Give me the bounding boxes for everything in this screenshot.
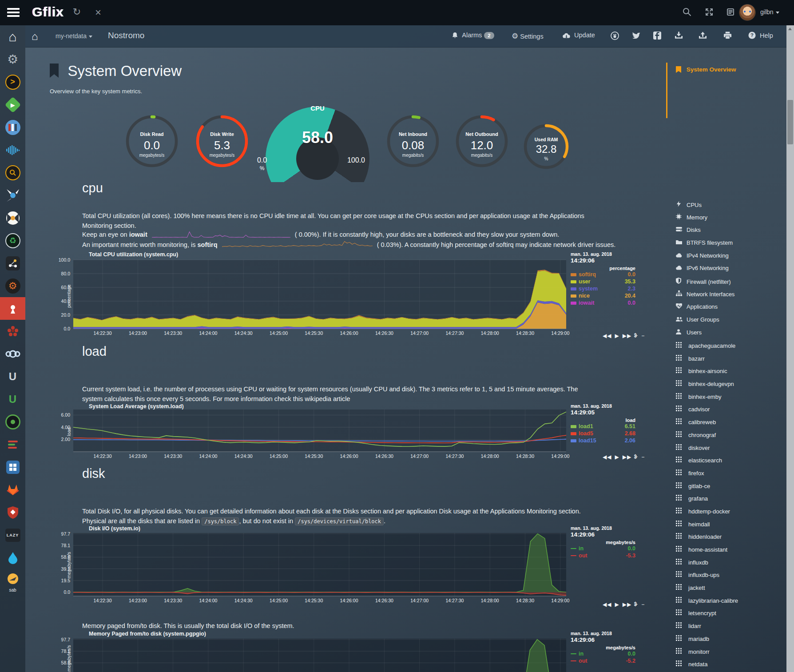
nav-app-item[interactable]: jackett [676,584,738,597]
nav-app-item[interactable]: influxdb-ups [676,571,738,584]
nav-app-item[interactable]: monitorr [676,648,738,661]
jackett-search-icon[interactable] [0,161,25,184]
magnet-u-green-icon[interactable]: U [0,388,25,410]
gitlab-fox-icon[interactable] [0,478,25,501]
gauge-disk-read[interactable]: Disk Read 0.0 megabytes/s [125,115,179,168]
nav-system-overview[interactable]: System Overview [676,66,736,73]
nav-app-item[interactable]: binhex-emby [676,393,738,406]
books-library-icon[interactable] [0,116,25,139]
nav-section-ipv4[interactable]: IPv4 Networking [676,252,734,265]
nav-app-item[interactable]: diskover [676,444,738,457]
disk-chart-toolbar[interactable]: ◀◀▶▶▶+− [603,601,648,608]
nav-section-ipv6[interactable]: IPv6 Networking [676,265,734,278]
fullscreen-icon[interactable] [703,8,716,19]
nav-app-item[interactable]: lazylibrarian-calibre [676,597,738,610]
recycle-green-icon[interactable]: ♻ [0,229,25,252]
load-chart-toolbar[interactable]: ◀◀▶▶▶+− [603,454,648,460]
blue-window-icon[interactable] [0,456,25,478]
nav-app-item[interactable]: chronograf [676,431,738,444]
app-logo[interactable]: Gflix [32,4,64,20]
sidebar-settings-gear-icon[interactable]: ⚙ [0,48,25,71]
nav-app-item[interactable]: lidarr [676,622,738,635]
bowtie-yellow-core-icon[interactable] [0,207,25,229]
host-dropdown[interactable]: my-netdata [56,32,92,40]
cpu-chart[interactable]: 100.080.060.040.020.00.014:22:3014:23:00… [73,260,566,329]
green-ring-icon[interactable] [0,410,25,433]
nav-app-item[interactable]: elasticsearch [676,457,738,469]
print-icon[interactable] [723,32,734,40]
gauge-net-inbound[interactable]: Net Inbound 0.08 megabits/s [386,115,440,168]
nav-section-netif[interactable]: Network Interfaces [676,290,734,303]
hamburger-menu-icon[interactable] [7,8,20,17]
nav-app-item[interactable]: binhex-airsonic [676,367,738,380]
disk-chart-resize-icon[interactable]: ⇕ [633,600,638,608]
facebook-icon[interactable] [653,32,663,40]
gauge-net-outbound[interactable]: Net Outbound 12.0 megabits/s [455,115,508,168]
download-icon[interactable] [675,32,685,40]
nav-section-disks[interactable]: Disks [676,227,734,239]
load-chart-resize-icon[interactable]: ⇕ [633,453,638,460]
nav-app-item[interactable]: firefox [676,469,738,482]
nav-section-cpus[interactable]: CPUs [676,201,734,214]
iowait-sparkline[interactable] [152,231,290,239]
emby-icon[interactable]: ▶ [0,93,25,116]
netdata-home-icon[interactable]: ⌂ [32,30,38,43]
nav-app-item[interactable]: calibreweb [676,418,738,431]
nav-section-users[interactable]: Users [676,329,734,342]
colored-bars-icon[interactable] [0,433,25,456]
close-icon[interactable]: × [91,6,105,19]
nav-app-item[interactable]: home-assistant [676,546,738,559]
plex-icon[interactable]: > [0,71,25,93]
nav-app-item[interactable]: grafana [676,495,738,508]
nav-app-item[interactable]: netdata [676,660,738,672]
cpu-chart-resize-icon[interactable]: ⇕ [633,332,638,339]
gauge-disk-write[interactable]: Disk Write 5.3 megabytes/s [195,115,249,168]
sabnzbd-icon[interactable]: sab [0,569,25,592]
gauge-used-ram[interactable]: Used RAM 32.8 % [523,123,569,170]
help-button[interactable]: ? Help [748,32,773,39]
water-drop-icon[interactable] [0,546,25,569]
nav-app-item[interactable]: hddtemp-docker [676,508,738,521]
softirq-sparkline[interactable] [222,241,373,249]
nav-app-item[interactable]: apacheguacamole [676,342,738,355]
sidebar-home-icon[interactable]: ⌂ [0,25,25,48]
news-icon[interactable] [724,8,737,19]
pgpgio-chart[interactable]: 97.778.158.639.119.50.014:22:3014:23:001… [73,639,566,672]
search-icon[interactable] [680,8,694,19]
red-cluster-icon[interactable] [0,320,25,342]
nav-section-memory[interactable]: Memory [676,214,734,227]
refresh-icon[interactable]: ↻ [70,6,83,18]
nav-section-user-groups[interactable]: User Groups [676,316,734,329]
grafana-icon[interactable]: ⚙ [0,274,25,297]
scrollbar-thumb[interactable] [787,100,793,144]
nav-app-item[interactable]: heimdall [676,521,738,533]
upload-icon[interactable] [699,32,709,40]
settings-button[interactable]: ⚙ Settings [512,32,544,41]
magnet-u-gray-icon[interactable]: U [0,365,25,388]
update-button[interactable]: Update [563,32,595,39]
alarms-button[interactable]: Alarms2 [452,32,494,39]
nav-app-item[interactable]: influxdb [676,559,738,572]
twitter-icon[interactable] [632,32,643,39]
red-shield-icon[interactable] [0,501,25,524]
cpu-chart-toolbar[interactable]: ◀◀▶▶▶+− [603,333,648,339]
nav-app-item[interactable]: gitlab-ce [676,482,738,495]
nav-app-item[interactable]: hiddenloader [676,533,738,546]
nav-section-btrfs[interactable]: BTRFS filesystem [676,239,734,252]
airsonic-soundwave-icon[interactable] [0,139,25,161]
active-app-keyhole-icon[interactable] [0,297,25,320]
nav-app-item[interactable]: letsencrypt [676,609,738,622]
node-graph-icon[interactable] [0,252,25,274]
disk-chart[interactable]: 97.778.158.639.119.50.014:22:3014:23:001… [73,533,566,596]
nav-app-item[interactable]: mariadb [676,635,738,648]
nav-app-item[interactable]: cadvisor [676,406,738,418]
scrollbar[interactable] [786,25,794,672]
nav-app-item[interactable]: bazarr [676,355,738,368]
github-icon[interactable] [611,32,621,40]
nav-section-firewall[interactable]: Firewall (netfilter) [676,278,734,290]
nav-app-item[interactable]: binhex-delugevpn [676,380,738,393]
nextcloud-icon[interactable] [0,342,25,365]
nav-section-applications[interactable]: Applications [676,303,734,316]
lazylibrarian-icon[interactable]: LAZY [0,524,25,546]
x-blue-core-icon[interactable] [0,184,25,207]
